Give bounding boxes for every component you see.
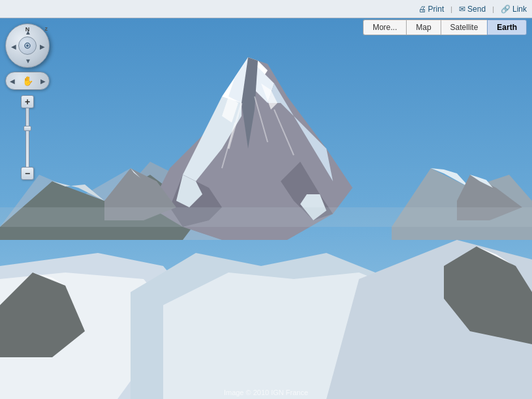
pan-left-button[interactable]: ◀ <box>9 42 18 51</box>
map-type-map-button[interactable]: Map <box>406 20 440 35</box>
svg-point-38 <box>26 44 29 47</box>
move-left-arrow[interactable]: ◀ <box>10 78 15 85</box>
print-action[interactable]: 🖨 Print <box>418 5 445 14</box>
zoom-control: + − <box>5 95 50 180</box>
mountain-scene <box>0 18 532 399</box>
watermark: Image © 2010 IGN France <box>224 389 308 396</box>
link-icon: 🔗 <box>501 5 510 14</box>
compass: z ▲ ▼ ◀ ▶ N <box>5 23 50 68</box>
separator-2: | <box>492 5 494 13</box>
zoom-out-button[interactable]: − <box>21 167 34 180</box>
hand-icon: ✋ <box>22 76 33 86</box>
zoom-track[interactable] <box>25 108 29 167</box>
map-container: Image © 2010 IGN France z ▲ ▼ ◀ ▶ <box>0 18 532 399</box>
separator-1: | <box>450 5 452 13</box>
print-icon: 🖨 <box>418 5 426 14</box>
link-action[interactable]: 🔗 Link <box>501 5 527 14</box>
map-type-bar: More... Map Satellite Earth <box>363 20 527 35</box>
zoom-thumb[interactable] <box>23 126 31 131</box>
pan-right-button[interactable]: ▶ <box>38 42 47 51</box>
print-label: Print <box>428 5 445 14</box>
send-icon: ✉ <box>459 5 465 14</box>
link-label: Link <box>512 5 527 14</box>
compass-circle[interactable]: z ▲ ▼ ◀ ▶ N <box>5 23 50 68</box>
map-type-satellite-button[interactable]: Satellite <box>441 20 488 35</box>
compass-north-label: N <box>25 26 30 33</box>
pan-down-button[interactable]: ▼ <box>23 56 33 65</box>
compass-center-button[interactable] <box>18 37 37 55</box>
watermark-text: Image © 2010 IGN France <box>224 389 308 396</box>
move-control[interactable]: ◀ ✋ ▶ <box>5 72 50 90</box>
map-type-earth-button[interactable]: Earth <box>487 20 527 35</box>
send-action[interactable]: ✉ Send <box>459 5 486 14</box>
navigation-controls: z ▲ ▼ ◀ ▶ N <box>5 23 50 180</box>
map-type-more-button[interactable]: More... <box>363 20 406 35</box>
app: 🖨 Print | ✉ Send | 🔗 Link More... Map Sa… <box>0 0 532 399</box>
svg-rect-36 <box>0 207 532 227</box>
zoom-in-button[interactable]: + <box>21 95 34 108</box>
eye-icon <box>22 40 33 51</box>
toolbar: 🖨 Print | ✉ Send | 🔗 Link <box>0 0 532 18</box>
send-label: Send <box>467 5 486 14</box>
move-right-arrow[interactable]: ▶ <box>40 78 46 85</box>
